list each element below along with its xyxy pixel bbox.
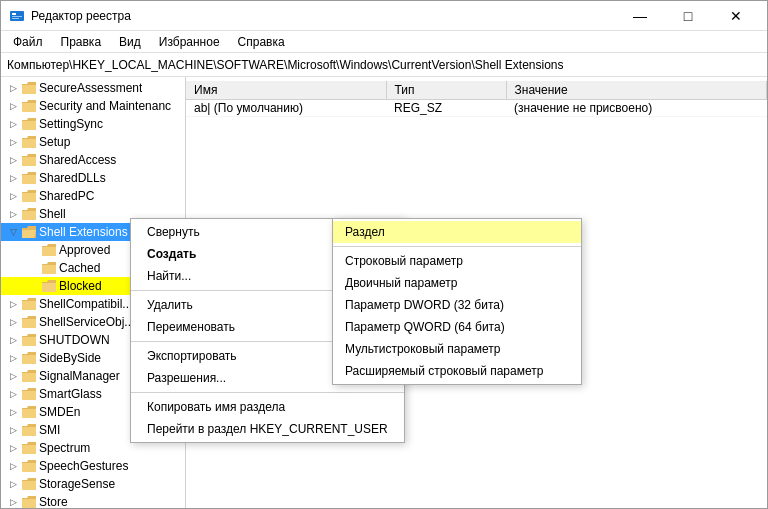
expander-icon: ▷ [5,475,21,493]
value-type: REG_SZ [386,100,506,117]
submenu-item-dword[interactable]: Параметр DWORD (32 бита) [333,294,581,316]
minimize-button[interactable]: — [617,1,663,31]
registry-editor-window: Редактор реестра — □ ✕ Файл Правка Вид И… [0,0,768,509]
expander-icon: ▽ [5,223,21,241]
expander-icon: ▷ [5,403,21,421]
app-icon [9,8,25,24]
ctx-separator-3 [131,392,404,393]
submenu-item-razdel[interactable]: Раздел [333,221,581,243]
menu-help[interactable]: Справка [230,33,293,51]
menu-file[interactable]: Файл [5,33,51,51]
expander-icon: ▷ [5,169,21,187]
expander-icon: ▷ [5,115,21,133]
menu-favorites[interactable]: Избранное [151,33,228,51]
submenu-item-string[interactable]: Строковый параметр [333,250,581,272]
folder-icon-open [21,224,37,240]
submenu-item-binary[interactable]: Двоичный параметр [333,272,581,294]
tree-label: SignalManager [39,369,120,383]
col-header-name[interactable]: Имя [186,81,386,100]
tree-item-storagesense[interactable]: ▷ StorageSense [1,475,185,493]
folder-icon [21,314,37,330]
folder-icon [41,242,57,258]
tree-label: Shell Extensions [39,225,128,239]
folder-icon [21,134,37,150]
menu-edit[interactable]: Правка [53,33,110,51]
tree-item-sharedaccess[interactable]: ▷ SharedAccess [1,151,185,169]
folder-icon [21,98,37,114]
svg-rect-2 [12,16,22,17]
address-text: Компьютер\HKEY_LOCAL_MACHINE\SOFTWARE\Mi… [7,58,564,72]
folder-icon [21,422,37,438]
expander-icon: ▷ [5,349,21,367]
tree-label: SpeechGestures [39,459,128,473]
tree-label: SMDEn [39,405,80,419]
value-name: ab| (По умолчанию) [186,100,386,117]
folder-icon [21,440,37,456]
expander-icon: ▷ [5,151,21,169]
expander-icon [25,241,41,259]
submenu: Раздел Строковый параметр Двоичный парам… [332,218,582,385]
title-bar: Редактор реестра — □ ✕ [1,1,767,31]
folder-icon [21,170,37,186]
expander-icon: ▷ [5,331,21,349]
folder-icon [21,386,37,402]
submenu-item-qword[interactable]: Параметр QWORD (64 бита) [333,316,581,338]
col-header-type[interactable]: Тип [386,81,506,100]
folder-icon [21,458,37,474]
expander-icon: ▷ [5,295,21,313]
table-row[interactable]: ab| (По умолчанию) REG_SZ (значение не п… [186,100,767,117]
tree-item-shareddlls[interactable]: ▷ SharedDLLs [1,169,185,187]
tree-item-secureassessment[interactable]: ▷ SecureAssessment [1,79,185,97]
tree-item-security[interactable]: ▷ Security and Maintenanc [1,97,185,115]
folder-icon [21,152,37,168]
svg-rect-3 [12,18,19,19]
submenu-item-multistring[interactable]: Мультистроковый параметр [333,338,581,360]
col-header-value[interactable]: Значение [506,81,767,100]
close-button[interactable]: ✕ [713,1,759,31]
title-controls: — □ ✕ [617,1,759,31]
svg-rect-1 [12,13,16,15]
ctx-goto-hkcu[interactable]: Перейти в раздел HKEY_CURRENT_USER [131,418,404,440]
folder-icon [21,332,37,348]
expander-icon: ▷ [5,79,21,97]
maximize-button[interactable]: □ [665,1,711,31]
tree-label: SharedDLLs [39,171,106,185]
folder-icon [21,350,37,366]
expander-icon: ▷ [5,421,21,439]
tree-item-setup[interactable]: ▷ Setup [1,133,185,151]
folder-icon [21,404,37,420]
expander-icon: ▷ [5,367,21,385]
ctx-copy-name[interactable]: Копировать имя раздела [131,396,404,418]
tree-item-settingsync[interactable]: ▷ SettingSync [1,115,185,133]
menu-bar: Файл Правка Вид Избранное Справка [1,31,767,53]
expander-icon: ▷ [5,493,21,508]
menu-view[interactable]: Вид [111,33,149,51]
tree-label: ShellServiceObj... [39,315,134,329]
tree-item-speechgestures[interactable]: ▷ SpeechGestures [1,457,185,475]
tree-label: SMI [39,423,60,437]
tree-item-store[interactable]: ▷ Store [1,493,185,508]
tree-label: SmartGlass [39,387,102,401]
tree-label: Blocked [59,279,102,293]
registry-values-table: Имя Тип Значение ab| (По умолчанию) REG_… [186,81,767,117]
title-bar-left: Редактор реестра [9,8,131,24]
submenu-item-expandstring[interactable]: Расширяемый строковый параметр [333,360,581,382]
folder-icon [21,188,37,204]
address-bar: Компьютер\HKEY_LOCAL_MACHINE\SOFTWARE\Mi… [1,53,767,77]
folder-icon [21,296,37,312]
tree-label: Approved [59,243,110,257]
folder-icon [21,116,37,132]
tree-label: SHUTDOWN [39,333,110,347]
expander-icon: ▷ [5,133,21,151]
folder-icon [21,476,37,492]
folder-icon [21,494,37,508]
tree-item-sharedpc[interactable]: ▷ SharedPC [1,187,185,205]
tree-label: ShellCompatibil... [39,297,132,311]
submenu-separator [333,246,581,247]
expander-icon: ▷ [5,205,21,223]
tree-label: SharedAccess [39,153,116,167]
expander-icon: ▷ [5,313,21,331]
tree-label: StorageSense [39,477,115,491]
expander-icon: ▷ [5,457,21,475]
tree-label: Shell [39,207,66,221]
